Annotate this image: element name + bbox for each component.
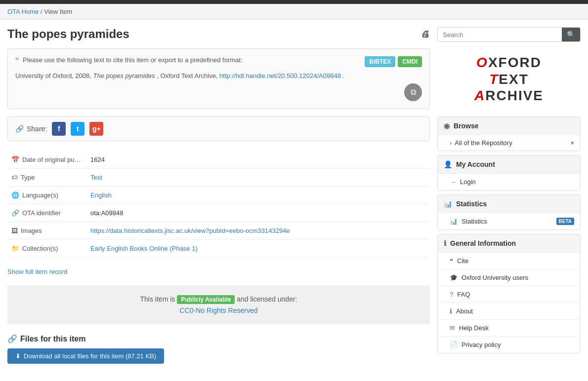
logo-t: T bbox=[489, 72, 499, 87]
metadata-label: 🖼Images bbox=[7, 222, 86, 240]
faq-icon: ? bbox=[450, 291, 453, 298]
top-nav bbox=[0, 0, 588, 4]
about-icon: ℹ bbox=[450, 307, 452, 315]
page-title: The popes pyramides bbox=[7, 27, 129, 41]
print-icon[interactable]: 🖨 bbox=[421, 29, 430, 39]
metadata-label: 📁Collection(s) bbox=[7, 240, 86, 258]
cite-ref-title: The popes pyramides bbox=[93, 72, 155, 79]
privacy-icon: 📄 bbox=[450, 341, 458, 348]
login-item[interactable]: → Login bbox=[438, 173, 580, 190]
logo-rchive: RCHIVE bbox=[485, 88, 544, 103]
sidebar-general-info-section: ℹ General Information ❝ Cite 🎓 Oxford Un… bbox=[437, 234, 581, 353]
cite-reference: University of Oxford, 2008, The popes py… bbox=[15, 72, 422, 79]
metadata-table: 📅Date of original pu…1624🏷TypeText🌐Langu… bbox=[7, 151, 430, 258]
bibtex-button[interactable]: BIBTEX bbox=[365, 56, 395, 67]
breadcrumb-current: View Item bbox=[44, 8, 72, 15]
license-box: This item is Publicly Available and lice… bbox=[7, 285, 430, 324]
general-info-header[interactable]: ℹ General Information bbox=[438, 234, 580, 252]
sidebar-account-section: 👤 My Account → Login bbox=[437, 155, 581, 190]
helpdesk-label: Help Desk bbox=[459, 324, 489, 332]
privacy-item[interactable]: 📄 Privacy policy bbox=[438, 336, 580, 353]
helpdesk-item[interactable]: ✉ Help Desk bbox=[438, 319, 580, 336]
search-button[interactable]: 🔍 bbox=[562, 28, 580, 41]
facebook-share-button[interactable]: f bbox=[52, 122, 66, 136]
metadata-value-link[interactable]: English bbox=[90, 191, 112, 199]
share-bar: 🔗 Share: f t g+ bbox=[7, 116, 430, 141]
share-text: Share: bbox=[27, 125, 47, 133]
about-label: About bbox=[456, 307, 473, 315]
cite-header-left: " Please use the following text to cite … bbox=[15, 56, 243, 66]
download-all-button[interactable]: ⬇ Download all local files for this item… bbox=[7, 348, 164, 364]
statistics-item-icon: 📊 bbox=[450, 218, 458, 225]
browse-dropdown-label: All of the Repository bbox=[455, 139, 512, 147]
cite-buttons: BIBTEX CMDI bbox=[365, 56, 422, 67]
logo-ext: EXT bbox=[499, 72, 528, 87]
metadata-row: 📁Collection(s)Early English Books Online… bbox=[7, 240, 430, 258]
cite-instruction: Please use the following text to cite th… bbox=[23, 56, 242, 64]
breadcrumb-home-link[interactable]: OTA Home bbox=[7, 8, 39, 15]
quote-icon: " bbox=[15, 56, 19, 66]
metadata-label: 📅Date of original pu… bbox=[7, 151, 86, 169]
cmdi-button[interactable]: CMDI bbox=[398, 56, 422, 67]
browse-dropdown[interactable]: › All of the Repository ▾ bbox=[438, 135, 580, 151]
metadata-value-link[interactable]: Text bbox=[90, 174, 102, 181]
browse-header-label: Browse bbox=[454, 122, 479, 130]
metadata-icon: 🌐 bbox=[11, 191, 19, 199]
statistics-header-label: Statistics bbox=[456, 200, 487, 208]
googleplus-share-button[interactable]: g+ bbox=[89, 122, 103, 136]
metadata-row: 🔗OTA identifierota:A09848 bbox=[7, 204, 430, 222]
browse-dropdown-arrow: › bbox=[450, 139, 452, 147]
twitter-share-button[interactable]: t bbox=[71, 122, 84, 136]
cite-box: " Please use the following text to cite … bbox=[7, 48, 430, 109]
statistics-beta-item[interactable]: 📊 Statistics BETA bbox=[438, 213, 580, 229]
metadata-value: 1624 bbox=[86, 151, 430, 169]
logo-a: A bbox=[474, 88, 485, 103]
general-info-header-icon: ℹ bbox=[444, 239, 446, 247]
login-label: Login bbox=[460, 178, 476, 186]
helpdesk-icon: ✉ bbox=[450, 324, 455, 332]
cite-item[interactable]: ❝ Cite bbox=[438, 252, 580, 269]
copy-button[interactable]: ⧉ bbox=[404, 83, 422, 101]
license-text-before: This item is bbox=[140, 295, 175, 303]
account-header[interactable]: 👤 My Account bbox=[438, 155, 580, 173]
metadata-label: 🌐Language(s) bbox=[7, 187, 86, 204]
share-label: 🔗 Share: bbox=[15, 125, 47, 133]
metadata-value: ota:A09848 bbox=[86, 204, 430, 222]
browse-header[interactable]: ◉ Browse bbox=[438, 117, 580, 135]
cite-reference-row: University of Oxford, 2008, The popes py… bbox=[15, 72, 422, 101]
search-input[interactable] bbox=[438, 28, 562, 41]
cite-ref-url-link[interactable]: http://hdl.handle.net/20.500.12024/A0984… bbox=[219, 72, 341, 79]
metadata-icon: 📅 bbox=[11, 156, 19, 163]
statistics-beta-left: 📊 Statistics bbox=[450, 218, 487, 225]
about-item[interactable]: ℹ About bbox=[438, 303, 580, 319]
content-area: The popes pyramides 🖨 " Please use the f… bbox=[7, 27, 437, 374]
logo-line2: TEXT bbox=[442, 71, 576, 88]
cite-item-label: Cite bbox=[457, 257, 468, 265]
logo-xford: XFORD bbox=[488, 55, 542, 70]
files-section: 🔗 Files for this item ⬇ Download all loc… bbox=[7, 334, 430, 364]
license-link[interactable]: CC0-No Rights Reserved bbox=[180, 306, 258, 314]
privacy-label: Privacy policy bbox=[462, 341, 501, 348]
metadata-icon: 🔗 bbox=[11, 209, 19, 217]
browse-dropdown-left: › All of the Repository bbox=[450, 139, 512, 147]
metadata-value-link[interactable]: Early English Books Online (Phase 1) bbox=[90, 245, 198, 252]
metadata-row: 🌐Language(s)English bbox=[7, 187, 430, 204]
metadata-value-link[interactable]: https://data.historicaltexts.jisc.ac.uk/… bbox=[90, 227, 290, 234]
publicly-available-badge: Publicly Available bbox=[177, 295, 235, 304]
cite-item-icon: ❝ bbox=[450, 257, 453, 265]
ota-logo: OXFORD TEXT ARCHIVE bbox=[437, 49, 581, 109]
account-header-icon: 👤 bbox=[444, 160, 452, 168]
license-text-after: and licensed under: bbox=[237, 295, 297, 303]
page-title-row: The popes pyramides 🖨 bbox=[7, 27, 430, 41]
license-text-line1: This item is Publicly Available and lice… bbox=[17, 295, 420, 304]
show-full-record-link[interactable]: Show full item record bbox=[7, 268, 67, 275]
browse-chevron-icon: ▾ bbox=[571, 139, 574, 147]
metadata-icon: 📁 bbox=[11, 245, 19, 252]
oxford-users-item[interactable]: 🎓 Oxford University users bbox=[438, 269, 580, 286]
sidebar: 🔍 OXFORD TEXT ARCHIVE ◉ Browse › Al bbox=[437, 27, 581, 374]
metadata-icon: 🏷 bbox=[11, 174, 18, 181]
faq-item[interactable]: ? FAQ bbox=[438, 286, 580, 303]
statistics-header[interactable]: 📊 Statistics bbox=[438, 195, 580, 213]
sidebar-statistics-section: 📊 Statistics 📊 Statistics BETA bbox=[437, 194, 581, 230]
share-icon: 🔗 bbox=[15, 125, 24, 133]
